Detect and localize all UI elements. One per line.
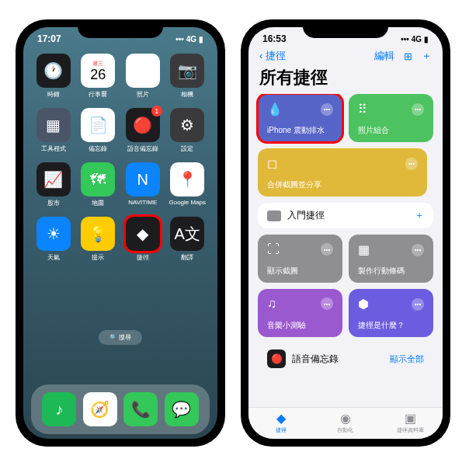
card-label: iPhone 震動排水 xyxy=(267,125,333,136)
card-label: 合併截圖並分享 xyxy=(267,179,418,190)
dock: ♪🧭📞💬 xyxy=(31,384,210,434)
app-備忘錄[interactable]: 📄備忘錄 xyxy=(79,108,118,153)
app-地圖[interactable]: 🗺地圖 xyxy=(79,162,118,207)
shortcut-card[interactable]: ⠿•••照片組合 xyxy=(349,94,433,142)
app-天氣[interactable]: ☀天氣 xyxy=(34,217,73,262)
more-icon[interactable]: ••• xyxy=(321,243,333,256)
tab-label: 捷徑資料庫 xyxy=(397,426,424,434)
phone-home: 17:07 ••• 4G ▮ 🕐時鐘週三26行事曆❀照片📷相機▦工具程式📄備忘錄… xyxy=(16,19,225,447)
dock-app[interactable]: 📞 xyxy=(123,392,158,426)
home-screen: 17:07 ••• 4G ▮ 🕐時鐘週三26行事曆❀照片📷相機▦工具程式📄備忘錄… xyxy=(23,27,217,439)
tab-label: 捷徑 xyxy=(276,426,287,434)
notch xyxy=(78,19,163,38)
more-icon[interactable]: ••• xyxy=(321,297,333,310)
list-item[interactable]: 🔴語音備忘錄 顯示全部 xyxy=(258,343,433,374)
app-工具程式[interactable]: ▦工具程式 xyxy=(34,108,73,153)
starter-card[interactable]: ♫•••音樂小測驗 xyxy=(258,289,342,337)
app-Google Maps[interactable]: 📍Google Maps xyxy=(169,162,207,207)
card-icon: ◻ xyxy=(267,156,277,171)
back-button[interactable]: ‹ 捷徑 xyxy=(259,49,286,63)
add-icon[interactable]: ＋ xyxy=(415,209,424,222)
shortcuts-screen: 16:53 ••• 4G ▮ ‹ 捷徑 編輯 ⊞ ＋ 所有捷徑 💧•••iPho… xyxy=(248,27,443,439)
app-時鐘[interactable]: 🕐時鐘 xyxy=(34,54,73,99)
notch xyxy=(303,19,388,38)
voice-memo-icon: 🔴 xyxy=(267,350,286,368)
time: 16:53 xyxy=(262,33,287,44)
app-設定[interactable]: ⚙設定 xyxy=(169,108,207,153)
more-icon[interactable]: ••• xyxy=(412,298,424,311)
app-語音備忘錄[interactable]: 🔴1語音備忘錄 xyxy=(123,108,162,153)
app-NAVITIME[interactable]: NNAVITIME xyxy=(123,162,162,207)
add-button[interactable]: ＋ xyxy=(422,49,432,63)
show-all-link[interactable]: 顯示全部 xyxy=(390,353,424,365)
folder-icon xyxy=(267,210,281,221)
search-pill[interactable]: 🔍 搜尋 xyxy=(99,330,142,345)
app-股市[interactable]: 📈股市 xyxy=(34,162,73,207)
card-icon: ▦ xyxy=(358,242,370,257)
more-icon[interactable]: ••• xyxy=(412,103,424,116)
tab-icon: ▣ xyxy=(405,411,416,426)
status-right: ••• 4G ▮ xyxy=(175,33,203,44)
app-捷徑[interactable]: ◆捷徑 xyxy=(123,217,162,262)
status-right: ••• 4G ▮ xyxy=(401,33,429,44)
shortcut-card[interactable]: ◻•••合併截圖並分享 xyxy=(258,148,427,196)
my-shortcuts: 💧•••iPhone 震動排水⠿•••照片組合◻•••合併截圖並分享 xyxy=(258,94,433,196)
card-icon: ⬢ xyxy=(358,297,369,311)
app-照片[interactable]: ❀照片 xyxy=(123,54,162,99)
dock-app[interactable]: 💬 xyxy=(165,392,199,426)
starter-card[interactable]: ▦•••製作行動條碼 xyxy=(349,235,433,283)
more-icon[interactable]: ••• xyxy=(412,244,424,256)
starter-card[interactable]: ⬢•••捷徑是什麼？ xyxy=(349,289,433,337)
app-grid: 🕐時鐘週三26行事曆❀照片📷相機▦工具程式📄備忘錄🔴1語音備忘錄⚙設定📈股市🗺地… xyxy=(23,47,217,268)
card-label: 音樂小測驗 xyxy=(267,320,333,331)
content: 💧•••iPhone 震動排水⠿•••照片組合◻•••合併截圖並分享 入門捷徑 … xyxy=(248,94,443,407)
edit-button[interactable]: 編輯 xyxy=(374,49,394,63)
card-label: 製作行動條碼 xyxy=(358,266,424,276)
more-icon[interactable]: ••• xyxy=(405,158,418,170)
tab-自動化[interactable]: ◉自動化 xyxy=(313,411,377,434)
card-icon: 💧 xyxy=(267,102,283,116)
tab-bar: ◆捷徑◉自動化▣捷徑資料庫 xyxy=(248,407,443,439)
page-title: 所有捷徑 xyxy=(248,64,443,94)
starter-shortcuts: ⛶•••顯示截圖▦•••製作行動條碼♫•••音樂小測驗⬢•••捷徑是什麼？ xyxy=(258,235,433,337)
card-icon: ⠿ xyxy=(358,102,367,116)
tab-icon: ◉ xyxy=(340,411,351,426)
app-行事曆[interactable]: 週三26行事曆 xyxy=(79,54,118,99)
nav-bar: ‹ 捷徑 編輯 ⊞ ＋ xyxy=(248,47,443,64)
card-icon: ♫ xyxy=(267,297,276,311)
card-label: 捷徑是什麼？ xyxy=(358,320,424,331)
dock-app[interactable]: 🧭 xyxy=(83,392,117,426)
card-label: 顯示截圖 xyxy=(267,266,333,276)
tab-捷徑[interactable]: ◆捷徑 xyxy=(248,411,313,434)
tab-label: 自動化 xyxy=(337,426,353,434)
shortcut-card[interactable]: 💧•••iPhone 震動排水 xyxy=(258,94,342,142)
app-相機[interactable]: 📷相機 xyxy=(169,54,207,99)
more-icon[interactable]: ••• xyxy=(321,103,333,116)
card-icon: ⛶ xyxy=(267,242,280,256)
starter-card[interactable]: ⛶•••顯示截圖 xyxy=(258,235,342,283)
dock-app[interactable]: ♪ xyxy=(42,392,76,426)
grid-view-icon[interactable]: ⊞ xyxy=(404,50,412,62)
starter-section-header[interactable]: 入門捷徑 ＋ xyxy=(258,203,433,228)
tab-icon: ◆ xyxy=(276,411,286,426)
app-翻譯[interactable]: A文翻譯 xyxy=(169,217,207,262)
card-label: 照片組合 xyxy=(358,125,424,136)
time: 17:07 xyxy=(37,33,61,44)
tab-捷徑資料庫[interactable]: ▣捷徑資料庫 xyxy=(378,411,443,434)
app-提示[interactable]: 💡提示 xyxy=(79,217,118,262)
phone-shortcuts: 16:53 ••• 4G ▮ ‹ 捷徑 編輯 ⊞ ＋ 所有捷徑 💧•••iPho… xyxy=(241,19,450,447)
